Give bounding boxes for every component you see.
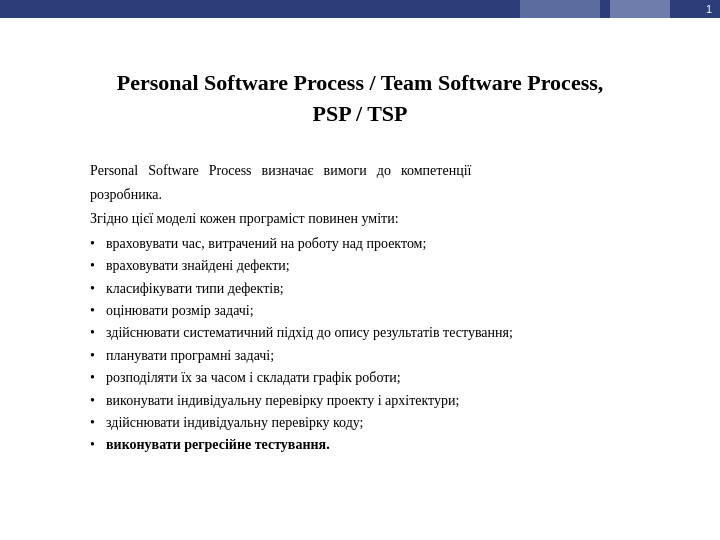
top-bar: 1: [0, 0, 720, 18]
intro-cell7: компетенції: [401, 160, 482, 182]
intro-cell6: до: [377, 160, 401, 182]
decorative-bar2: [610, 0, 670, 18]
intro-cell2: Software: [148, 160, 209, 182]
intro-row1: Personal Software Process визначає вимог…: [90, 160, 481, 182]
content-area: Personal Software Process / Team Softwar…: [50, 48, 670, 477]
bullet-item: планувати програмні задачі;: [90, 345, 630, 367]
bullet-item: враховувати знайдені дефекти;: [90, 255, 630, 277]
bullet-item: враховувати час, витрачений на роботу на…: [90, 233, 630, 255]
intro-cell4: визначає: [262, 160, 324, 182]
bullet-item: класифікувати типи дефектів;: [90, 278, 630, 300]
decorative-bar: [520, 0, 600, 18]
bullet-item: виконувати індивідуальну перевірку проек…: [90, 390, 630, 412]
title-line2: PSP / TSP: [313, 101, 408, 126]
body-text: Personal Software Process визначає вимог…: [90, 160, 630, 457]
intro-line2: розробника.: [90, 184, 630, 206]
intro-cell5: вимоги: [324, 160, 377, 182]
bullet-item: здійснювати систематичний підхід до опис…: [90, 322, 630, 344]
intro-line3: Згідно цієї моделі кожен програміст пови…: [90, 208, 630, 230]
bullet-item: виконувати регресійне тестування.: [90, 434, 630, 456]
bullet-item: здійснювати індивідуальну перевірку коду…: [90, 412, 630, 434]
intro-table: Personal Software Process визначає вимог…: [90, 160, 481, 182]
bullet-item: оцінювати розмір задачі;: [90, 300, 630, 322]
bullet-list: враховувати час, витрачений на роботу на…: [90, 233, 630, 457]
intro-cell3: Process: [209, 160, 262, 182]
slide-container: 1 Personal Software Process / Team Softw…: [0, 0, 720, 540]
slide-number: 1: [706, 3, 712, 15]
title-line1: Personal Software Process / Team Softwar…: [117, 70, 604, 95]
slide-title: Personal Software Process / Team Softwar…: [90, 68, 630, 130]
intro-cell1: Personal: [90, 160, 148, 182]
bullet-item: розподіляти їх за часом і складати графі…: [90, 367, 630, 389]
